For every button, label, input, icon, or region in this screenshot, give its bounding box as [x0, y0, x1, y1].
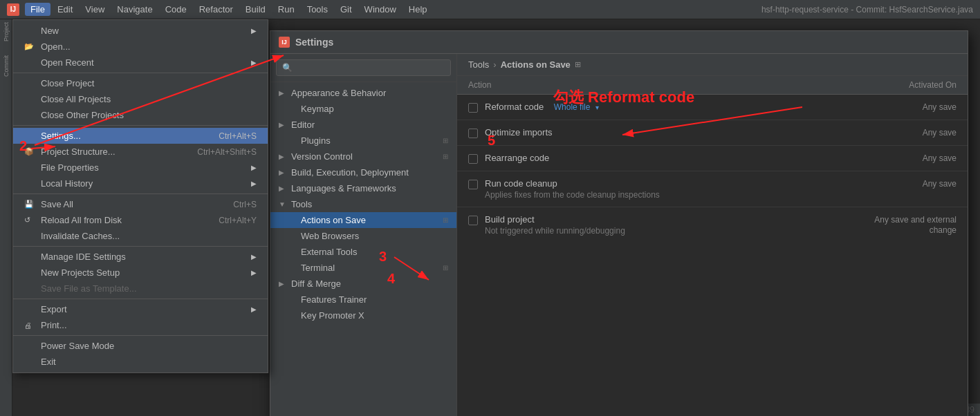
- open-icon: 📂: [24, 42, 37, 51]
- cleanup-activated: Any save: [860, 178, 956, 189]
- menu-reload[interactable]: ↺ Reload All from Disk Ctrl+Alt+Y: [13, 212, 268, 228]
- app-logo: IJ: [7, 3, 19, 16]
- menu-file-properties[interactable]: File Properties ▶: [13, 160, 268, 176]
- tree-keymap[interactable]: Keymap: [270, 101, 456, 117]
- menu-help[interactable]: Help: [403, 3, 433, 16]
- checkbox-col: [468, 153, 485, 164]
- tree-appearance[interactable]: ▶ Appearance & Behavior: [270, 85, 456, 101]
- menu-new-projects-setup[interactable]: New Projects Setup ▶: [13, 265, 268, 281]
- menu-window[interactable]: Window: [359, 3, 402, 16]
- file-menu-dropdown: New ▶ 📂 Open... Open Recent ▶ Close Proj…: [12, 19, 268, 373]
- reformat-scope[interactable]: Whole file: [554, 102, 591, 112]
- window-title: hsf-http-request-service - Commit: HsfSe…: [761, 5, 973, 15]
- expand-icon: ▶: [279, 169, 288, 176]
- menu-tools[interactable]: Tools: [302, 3, 333, 16]
- build-project-content: Build project Not triggered while runnin…: [485, 214, 860, 236]
- settings-dialog: IJ Settings ▶ Appearance & Behavior Keym…: [270, 30, 968, 416]
- tree-languages[interactable]: ▶ Languages & Frameworks: [270, 180, 456, 196]
- menu-code[interactable]: Code: [160, 3, 192, 16]
- menu-edit[interactable]: Edit: [52, 3, 78, 16]
- build-activated: Any save and external change: [860, 214, 956, 235]
- run-cleanup-checkbox[interactable]: [468, 180, 478, 189]
- checkbox-col: [468, 178, 485, 189]
- row-run-cleanup: Run code cleanup Applies fixes from the …: [457, 171, 968, 207]
- menu-manage-ide[interactable]: Manage IDE Settings ▶: [13, 249, 268, 265]
- menu-local-history[interactable]: Local History ▶: [13, 176, 268, 191]
- menu-refactor[interactable]: Refactor: [194, 3, 239, 16]
- checkbox-col: [468, 102, 485, 113]
- sidebar-commit-icon[interactable]: Commit: [3, 55, 10, 77]
- tree-tools[interactable]: ▼ Tools: [270, 196, 456, 212]
- titlebar: IJ File Edit View Navigate Code Refactor…: [0, 0, 980, 19]
- sidebar-project-icon[interactable]: Project: [3, 22, 10, 41]
- menu-file[interactable]: File: [25, 3, 50, 16]
- dialog-logo: IJ: [279, 37, 290, 48]
- menu-export[interactable]: Export ▶: [13, 301, 268, 317]
- settings-right-panel: Tools › Actions on Save ⊞ Action Activat…: [457, 54, 968, 416]
- menu-run[interactable]: Run: [272, 3, 300, 16]
- expand-icon: ▶: [279, 121, 288, 129]
- menu-open-recent[interactable]: Open Recent ▶: [13, 55, 268, 70]
- menu-view[interactable]: View: [80, 3, 110, 16]
- separator-5: [13, 299, 268, 299]
- run-cleanup-content: Run code cleanup Applies fixes from the …: [485, 178, 860, 200]
- menu-settings[interactable]: Settings... Ctrl+Alt+S: [13, 128, 268, 144]
- rearrange-code-content: Rearrange code: [485, 153, 860, 163]
- breadcrumb: Tools › Actions on Save ⊞: [457, 54, 968, 76]
- table-header: Action Activated On: [457, 76, 968, 95]
- menu-navigate[interactable]: Navigate: [111, 3, 158, 16]
- menu-project-structure[interactable]: 📦 Project Structure... Ctrl+Alt+Shift+S: [13, 144, 268, 160]
- menu-close-all-projects[interactable]: Close All Projects: [13, 91, 268, 107]
- tree-plugins[interactable]: Plugins ⊞: [270, 133, 456, 149]
- menu-exit[interactable]: Exit: [13, 354, 268, 370]
- breadcrumb-tools: Tools: [468, 59, 489, 70]
- menu-close-other-projects[interactable]: Close Other Projects: [13, 107, 268, 123]
- menu-git[interactable]: Git: [335, 3, 358, 16]
- run-cleanup-subtitle: Applies fixes from the code cleanup insp…: [485, 190, 860, 200]
- menu-build[interactable]: Build: [240, 3, 271, 16]
- rearrange-activated: Any save: [860, 153, 956, 163]
- dialog-header: IJ Settings: [270, 31, 968, 54]
- optimize-imports-content: Optimize imports: [485, 127, 860, 138]
- menu-power-save[interactable]: Power Save Mode: [13, 338, 268, 354]
- menu-save-all[interactable]: 💾 Save All Ctrl+S: [13, 196, 268, 212]
- expand-icon: ▶: [279, 185, 288, 192]
- tree-web-browsers[interactable]: Web Browsers: [270, 228, 456, 244]
- separator-2: [13, 125, 268, 126]
- row-rearrange-code: Rearrange code Any save: [457, 146, 968, 171]
- tree-features-trainer[interactable]: Features Trainer: [270, 292, 456, 308]
- actions-table: Action Activated On Reformat code Whole …: [457, 76, 968, 416]
- settings-search-input[interactable]: [276, 59, 451, 76]
- separator-6: [13, 335, 268, 336]
- expand-icon: ▼: [279, 200, 288, 208]
- optimize-imports-checkbox[interactable]: [468, 129, 478, 138]
- menu-new[interactable]: New ▶: [13, 23, 268, 39]
- rearrange-code-checkbox[interactable]: [468, 154, 478, 164]
- tree-editor[interactable]: ▶ Editor: [270, 117, 456, 133]
- tree-actions-on-save[interactable]: Actions on Save ⊞: [270, 212, 456, 228]
- header-action: Action: [468, 80, 860, 90]
- tree-key-promoter[interactable]: Key Promoter X: [270, 308, 456, 323]
- dialog-body: ▶ Appearance & Behavior Keymap ▶ Editor …: [270, 54, 968, 416]
- reformat-code-checkbox[interactable]: [468, 103, 478, 113]
- tree-external-tools[interactable]: External Tools: [270, 244, 456, 260]
- expand-icon: ▶: [279, 280, 288, 287]
- menu-invalidate-caches[interactable]: Invalidate Caches...: [13, 228, 268, 244]
- menu-save-template: Save File as Template...: [13, 281, 268, 296]
- tree-terminal[interactable]: Terminal ⊞: [270, 260, 456, 276]
- reformat-code-content: Reformat code Whole file ▾: [485, 102, 860, 112]
- menu-open[interactable]: 📂 Open...: [13, 39, 268, 55]
- menu-print[interactable]: 🖨 Print...: [13, 317, 268, 333]
- tree-diff-merge[interactable]: ▶ Diff & Merge: [270, 276, 456, 292]
- separator-1: [13, 73, 268, 73]
- optimize-imports-title: Optimize imports: [485, 127, 553, 138]
- menu-close-project[interactable]: Close Project: [13, 75, 268, 91]
- build-project-checkbox[interactable]: [468, 216, 478, 225]
- breadcrumb-arrow: ›: [493, 59, 496, 70]
- settings-search-area: [270, 54, 456, 82]
- breadcrumb-icon: ⊞: [575, 60, 581, 69]
- checkbox-col: [468, 127, 485, 138]
- tree-build[interactable]: ▶ Build, Execution, Deployment: [270, 164, 456, 180]
- rearrange-code-title: Rearrange code: [485, 153, 549, 163]
- tree-version-control[interactable]: ▶ Version Control ⊞: [270, 149, 456, 164]
